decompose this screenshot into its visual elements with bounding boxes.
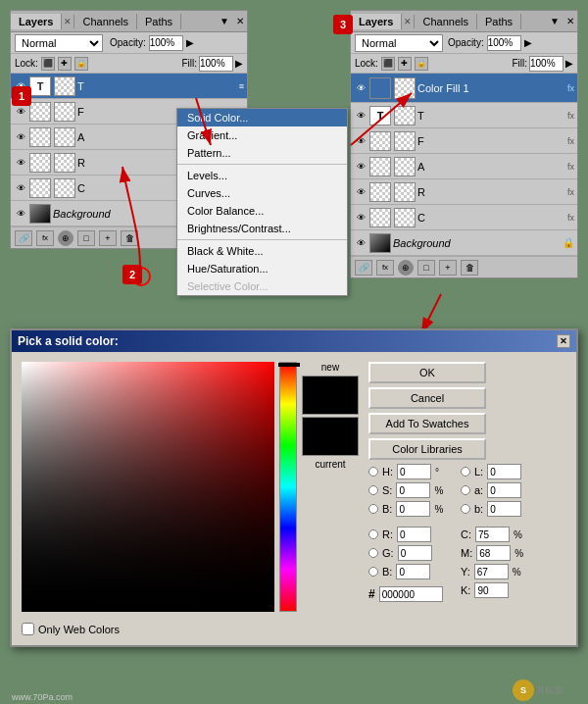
right-layer-R[interactable]: 👁 R fx [351, 179, 577, 205]
right-tab-x[interactable]: ✕ [402, 15, 415, 28]
right-tab-channels[interactable]: Channels [415, 14, 476, 29]
delete-layer-btn[interactable]: 🗑 [121, 230, 138, 246]
G-field[interactable] [398, 545, 432, 561]
left-tab-x[interactable]: ✕ [62, 15, 74, 28]
right-delete-btn[interactable]: 🗑 [461, 260, 478, 276]
B-radio[interactable] [368, 504, 378, 514]
right-lock-pixel[interactable]: ⬛ [381, 57, 395, 71]
menu-bw[interactable]: Black & White... [177, 242, 347, 260]
right-eye-R[interactable]: 👁 [354, 185, 368, 199]
eye-bg[interactable]: 👁 [14, 207, 27, 221]
H-field[interactable] [397, 464, 431, 479]
right-lock-all[interactable]: 🔒 [415, 57, 428, 71]
right-layer-C[interactable]: 👁 C fx [351, 205, 577, 230]
lock-pixel-btn[interactable]: ⬛ [41, 57, 55, 71]
right-blend-select[interactable]: Normal [355, 34, 443, 52]
Y-field[interactable] [474, 564, 509, 579]
H-radio[interactable] [368, 467, 378, 477]
right-eye-F[interactable]: 👁 [354, 134, 368, 148]
right-link-btn[interactable]: 🔗 [355, 260, 372, 276]
right-adjustment-btn[interactable]: ⊕ [398, 260, 414, 276]
b2-radio[interactable] [461, 504, 470, 514]
menu-gradient[interactable]: Gradient... [177, 126, 347, 144]
L-field[interactable] [487, 464, 521, 479]
B2-field[interactable] [396, 564, 430, 579]
left-panel-close[interactable]: ✕ [233, 16, 247, 26]
right-opacity-input[interactable] [487, 35, 521, 51]
a-radio[interactable] [461, 485, 470, 495]
left-tab-channels[interactable]: Channels [74, 14, 136, 29]
right-tab-layers[interactable]: Layers [351, 14, 402, 29]
right-eye-A[interactable]: 👁 [354, 160, 368, 174]
lock-all-btn[interactable]: 🔒 [74, 57, 88, 71]
menu-brightness[interactable]: Brightness/Contrast... [177, 220, 347, 237]
hue-slider[interactable] [279, 362, 297, 612]
hex-field[interactable] [379, 586, 443, 602]
menu-T[interactable]: ≡ [239, 81, 244, 91]
right-fill-input[interactable] [529, 56, 564, 72]
right-tab-paths[interactable]: Paths [477, 14, 521, 29]
right-lock-pos[interactable]: ✚ [398, 57, 412, 71]
right-panel-menu[interactable]: ▼ [546, 16, 564, 26]
menu-color-balance[interactable]: Color Balance... [177, 202, 347, 220]
B-field[interactable] [396, 501, 430, 517]
menu-solid-color[interactable]: Solid Color... [177, 109, 347, 126]
menu-levels[interactable]: Levels... [177, 167, 347, 184]
right-fx-btn[interactable]: fx [376, 260, 394, 276]
right-opacity-arrow[interactable]: ▶ [524, 37, 532, 48]
left-tab-layers[interactable]: Layers [11, 14, 62, 29]
left-tab-paths[interactable]: Paths [137, 14, 181, 29]
adjustment-btn[interactable]: ⊕ [58, 230, 74, 246]
left-panel-menu[interactable]: ▼ [216, 16, 233, 26]
color-libraries-button[interactable]: Color Libraries [368, 438, 486, 460]
new-layer-btn[interactable]: + [99, 230, 117, 246]
right-layer-A[interactable]: 👁 A fx [351, 154, 577, 179]
only-web-colors-checkbox[interactable] [22, 623, 34, 635]
C-field[interactable] [475, 527, 510, 542]
S-field[interactable] [396, 482, 430, 498]
eye-R[interactable]: 👁 [14, 156, 27, 170]
eye-C[interactable]: 👁 [14, 181, 27, 195]
eye-colorfill[interactable]: 👁 [354, 81, 368, 95]
M-field[interactable] [476, 545, 511, 561]
eye-A[interactable]: 👁 [14, 130, 27, 144]
right-layer-bg[interactable]: 👁 Background 🔒 [351, 230, 577, 256]
G-radio[interactable] [368, 548, 378, 558]
dialog-close-btn[interactable]: ✕ [557, 334, 570, 348]
B2-radio[interactable] [368, 567, 378, 577]
S-radio[interactable] [368, 485, 378, 495]
color-gradient-box[interactable] [22, 362, 274, 612]
menu-selective-color[interactable]: Selective Color... [177, 277, 347, 295]
right-group-btn[interactable]: □ [417, 260, 435, 276]
right-fill-arrow[interactable]: ▶ [565, 58, 573, 69]
menu-curves[interactable]: Curves... [177, 184, 347, 202]
group-btn[interactable]: □ [77, 230, 95, 246]
fx-btn[interactable]: fx [36, 230, 54, 246]
right-layer-F[interactable]: 👁 F fx [351, 128, 577, 154]
fill-arrow[interactable]: ▶ [235, 58, 243, 69]
opacity-arrow[interactable]: ▶ [186, 37, 194, 48]
right-eye-T[interactable]: 👁 [354, 109, 368, 123]
b2-field[interactable] [487, 501, 521, 517]
R-radio[interactable] [368, 529, 378, 539]
add-to-swatches-button[interactable]: Add To Swatches [368, 413, 486, 434]
menu-hue-sat[interactable]: Hue/Saturation... [177, 260, 347, 277]
link-btn[interactable]: 🔗 [15, 230, 32, 246]
R-field[interactable] [397, 527, 431, 542]
L-radio[interactable] [461, 467, 470, 477]
left-blend-select[interactable]: Normal [15, 34, 103, 52]
right-eye-bg[interactable]: 👁 [354, 236, 368, 250]
right-panel-close[interactable]: ✕ [564, 16, 577, 26]
fill-input[interactable] [199, 56, 233, 72]
layer-item-colorfill[interactable]: 👁 Color Fill 1 fx [351, 74, 577, 103]
opacity-input[interactable] [149, 35, 183, 51]
lock-pos-btn[interactable]: ✚ [58, 57, 72, 71]
cancel-button[interactable]: Cancel [368, 387, 486, 409]
eye-F[interactable]: 👁 [14, 105, 27, 119]
menu-pattern[interactable]: Pattern... [177, 144, 347, 162]
a-field[interactable] [487, 482, 521, 498]
right-eye-C[interactable]: 👁 [354, 211, 368, 225]
K-field[interactable] [474, 582, 509, 598]
right-new-layer-btn[interactable]: + [439, 260, 457, 276]
layer-item-T[interactable]: 👁 T T ≡ [11, 74, 247, 99]
